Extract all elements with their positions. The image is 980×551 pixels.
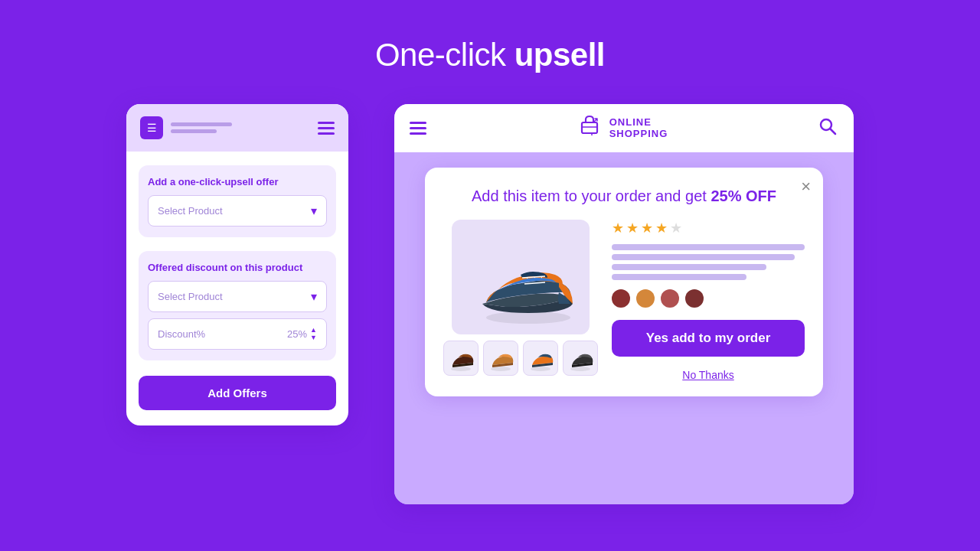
- header-lines: [171, 122, 232, 133]
- swatch-3[interactable]: [661, 289, 679, 308]
- section-discount: Offered discount on this product Select …: [139, 251, 336, 360]
- stars-row: ★ ★ ★ ★ ★: [612, 220, 805, 236]
- page-title: One-click upsell: [375, 37, 605, 73]
- discount-input-row: Discount% 25% ▲ ▼: [148, 318, 327, 350]
- browser-logo: ONLINE SHOPPING: [576, 112, 668, 145]
- shopping-cart-icon: [576, 112, 603, 145]
- browser-bar: ONLINE SHOPPING: [394, 104, 854, 152]
- modal-title: Add this item to your order and get 25% …: [443, 186, 805, 206]
- description-lines: [612, 244, 805, 280]
- yes-add-to-order-button[interactable]: Yes add to my order: [612, 320, 805, 357]
- section-upsell: Add a one-click-upsell offer Select Prod…: [139, 165, 336, 237]
- browser-content: × Add this item to your order and get 25…: [394, 152, 854, 504]
- section1-title: Add a one-click-upsell offer: [148, 176, 327, 187]
- select-product-1[interactable]: Select Product ▾: [148, 195, 327, 227]
- add-offers-button[interactable]: Add Offers: [139, 376, 336, 410]
- hamburger-icon[interactable]: [318, 122, 335, 135]
- star-1: ★: [612, 220, 624, 236]
- swatch-1[interactable]: [612, 289, 630, 308]
- browser-hamburger-icon[interactable]: [410, 122, 426, 135]
- star-5: ★: [670, 220, 682, 236]
- product-image-area: [443, 220, 598, 381]
- chevron-down-icon-2: ▾: [311, 289, 317, 304]
- svg-point-1: [593, 132, 594, 134]
- color-swatches: [612, 289, 805, 308]
- star-2: ★: [626, 220, 639, 236]
- swatch-2[interactable]: [636, 289, 655, 308]
- modal-body: ★ ★ ★ ★ ★: [443, 220, 805, 381]
- select-product-2[interactable]: Select Product ▾: [148, 281, 327, 312]
- thumbnail-4[interactable]: [563, 341, 598, 376]
- svg-point-2: [591, 134, 593, 135]
- svg-point-15: [570, 367, 590, 371]
- header-icon: ☰: [140, 116, 163, 139]
- svg-line-4: [831, 129, 836, 134]
- thumbnail-3[interactable]: [523, 341, 558, 376]
- star-3: ★: [641, 220, 653, 236]
- thumbnail-row: [443, 341, 598, 376]
- upsell-modal: × Add this item to your order and get 25…: [425, 168, 823, 396]
- star-4: ★: [655, 220, 668, 236]
- discount-stepper[interactable]: ▲ ▼: [310, 327, 317, 341]
- svg-point-12: [451, 367, 471, 371]
- product-main-image: [452, 220, 590, 334]
- list-icon: ☰: [147, 122, 157, 133]
- close-icon[interactable]: ×: [801, 178, 811, 195]
- right-panel: ONLINE SHOPPING × Add this item to your …: [394, 104, 854, 504]
- no-thanks-link[interactable]: No Thanks: [612, 369, 805, 381]
- search-icon[interactable]: [817, 116, 838, 142]
- left-panel-header: ☰: [126, 104, 348, 152]
- product-details: ★ ★ ★ ★ ★: [612, 220, 805, 381]
- thumbnail-2[interactable]: [483, 341, 518, 376]
- svg-point-13: [491, 367, 511, 371]
- panels-row: ☰ Add a one-click-upsell offer Select Pr…: [126, 104, 854, 504]
- chevron-down-icon: ▾: [311, 204, 317, 218]
- left-panel: ☰ Add a one-click-upsell offer Select Pr…: [126, 104, 348, 425]
- section2-title: Offered discount on this product: [148, 262, 327, 273]
- swatch-4[interactable]: [685, 289, 704, 308]
- svg-rect-0: [582, 122, 597, 133]
- svg-point-14: [531, 367, 550, 371]
- svg-point-5: [486, 311, 570, 324]
- thumbnail-1[interactable]: [443, 341, 479, 376]
